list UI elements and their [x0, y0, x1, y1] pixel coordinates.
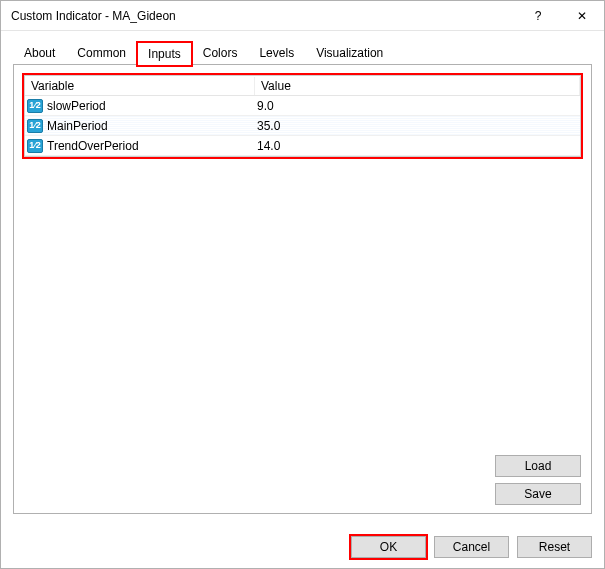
- reset-button[interactable]: Reset: [517, 536, 592, 558]
- dialog-window: Custom Indicator - MA_Gideon ? ✕ About C…: [0, 0, 605, 569]
- tab-panel: Variable Value 1⁄2 slowPeriod 9.0: [13, 64, 592, 514]
- table-row[interactable]: 1⁄2 MainPeriod 35.0: [25, 116, 580, 136]
- value-text: 35.0: [257, 119, 280, 133]
- close-button[interactable]: ✕: [560, 1, 604, 31]
- load-button[interactable]: Load: [495, 455, 581, 477]
- table-row[interactable]: 1⁄2 TrendOverPeriod 14.0: [25, 136, 580, 156]
- value-text: 14.0: [257, 139, 280, 153]
- window-title: Custom Indicator - MA_Gideon: [11, 9, 516, 23]
- side-button-group: Load Save: [495, 455, 581, 505]
- tab-inputs[interactable]: Inputs: [137, 42, 192, 66]
- client-area: About Common Inputs Colors Levels Visual…: [1, 31, 604, 526]
- value-cell[interactable]: 14.0: [255, 138, 580, 154]
- value-cell[interactable]: 9.0: [255, 98, 580, 114]
- variable-name: MainPeriod: [47, 119, 108, 133]
- header-variable[interactable]: Variable: [25, 77, 255, 95]
- number-type-icon: 1⁄2: [27, 119, 43, 133]
- header-value[interactable]: Value: [255, 77, 580, 95]
- value-cell[interactable]: 35.0: [255, 118, 580, 134]
- tab-common[interactable]: Common: [66, 41, 137, 65]
- save-button[interactable]: Save: [495, 483, 581, 505]
- number-type-icon: 1⁄2: [27, 99, 43, 113]
- grid-header: Variable Value: [25, 76, 580, 96]
- footer: OK Cancel Reset: [1, 526, 604, 568]
- variable-name: TrendOverPeriod: [47, 139, 139, 153]
- inputs-grid-highlight: Variable Value 1⁄2 slowPeriod 9.0: [22, 73, 583, 159]
- inputs-grid: Variable Value 1⁄2 slowPeriod 9.0: [24, 75, 581, 157]
- titlebar: Custom Indicator - MA_Gideon ? ✕: [1, 1, 604, 31]
- table-row[interactable]: 1⁄2 slowPeriod 9.0: [25, 96, 580, 116]
- value-text: 9.0: [257, 99, 274, 113]
- help-icon: ?: [535, 9, 542, 23]
- variable-cell: 1⁄2 MainPeriod: [25, 118, 255, 134]
- tabstrip: About Common Inputs Colors Levels Visual…: [13, 41, 592, 65]
- number-type-icon: 1⁄2: [27, 139, 43, 153]
- variable-name: slowPeriod: [47, 99, 106, 113]
- cancel-button[interactable]: Cancel: [434, 536, 509, 558]
- tab-colors[interactable]: Colors: [192, 41, 249, 65]
- variable-cell: 1⁄2 TrendOverPeriod: [25, 138, 255, 154]
- tab-visualization[interactable]: Visualization: [305, 41, 394, 65]
- ok-button[interactable]: OK: [351, 536, 426, 558]
- close-icon: ✕: [577, 9, 587, 23]
- help-button[interactable]: ?: [516, 1, 560, 31]
- tab-levels[interactable]: Levels: [248, 41, 305, 65]
- variable-cell: 1⁄2 slowPeriod: [25, 98, 255, 114]
- tab-about[interactable]: About: [13, 41, 66, 65]
